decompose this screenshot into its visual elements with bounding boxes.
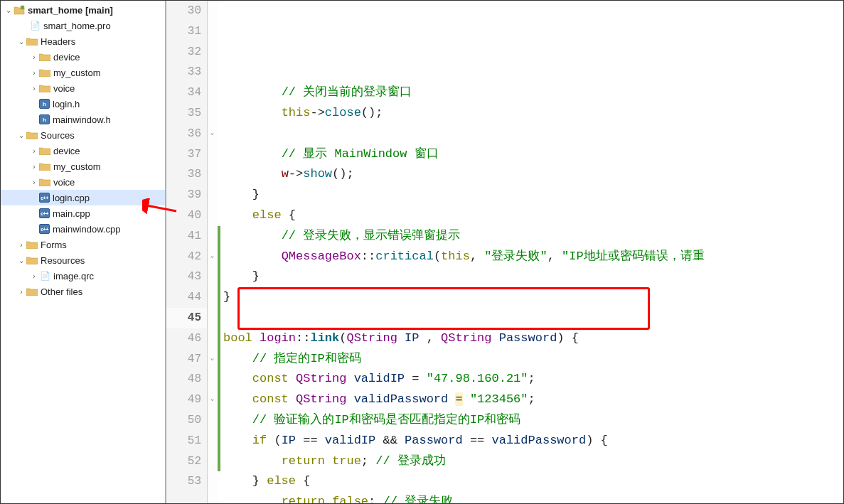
folder-icon: [26, 36, 38, 47]
headers-folder[interactable]: ⌄ Headers: [1, 33, 165, 49]
chevron-right-icon[interactable]: ›: [16, 288, 26, 296]
chevron-right-icon[interactable]: ›: [29, 272, 39, 280]
chevron-down-icon[interactable]: ⌄: [16, 38, 26, 45]
chevron-down-icon[interactable]: ⌄: [4, 6, 14, 14]
forms-folder[interactable]: ›Forms: [1, 237, 165, 252]
code-editor[interactable]: 3031323334353637383940414243444546474849…: [166, 1, 843, 503]
folder-icon: [39, 161, 50, 172]
h-file-icon: h: [39, 114, 50, 124]
chevron-down-icon[interactable]: ⌄: [16, 132, 26, 139]
other-files-folder[interactable]: ›Other files: [1, 284, 165, 299]
chevron-right-icon[interactable]: ›: [29, 53, 39, 61]
file-login-h[interactable]: hlogin.h: [1, 96, 165, 112]
file-mainwindow-cpp[interactable]: c++mainwindow.cpp: [1, 221, 165, 237]
chevron-right-icon[interactable]: ›: [29, 147, 39, 155]
sources-folder[interactable]: ⌄ Sources: [1, 127, 165, 143]
cpp-file-icon: c++: [39, 193, 50, 203]
chevron-right-icon[interactable]: ›: [16, 241, 26, 249]
project-name: smart_home [main]: [28, 5, 113, 16]
project-icon: [14, 4, 25, 16]
folder-device-s[interactable]: ›device: [1, 143, 165, 159]
chevron-right-icon[interactable]: ›: [29, 85, 39, 92]
chevron-right-icon[interactable]: ›: [29, 178, 39, 186]
folder-mycustom-s[interactable]: ›my_custom: [1, 159, 165, 174]
chevron-right-icon[interactable]: ›: [29, 69, 39, 77]
project-tree[interactable]: ⌄ smart_home [main] 📄 smart_home.pro ⌄ H…: [1, 1, 166, 503]
file-image-qrc[interactable]: ›📄image.qrc: [1, 268, 165, 284]
folder-device-h[interactable]: ›device: [1, 49, 165, 65]
h-file-icon: h: [39, 99, 50, 109]
chevron-down-icon[interactable]: ⌄: [16, 257, 26, 264]
file-icon: 📄: [29, 20, 41, 31]
folder-icon: [39, 51, 50, 63]
chevron-right-icon[interactable]: ›: [29, 163, 39, 171]
folder-icon: [39, 82, 50, 94]
qrc-file-icon: 📄: [39, 270, 50, 282]
folder-icon: [26, 129, 38, 141]
folder-voice-h[interactable]: ›voice: [1, 80, 165, 96]
svg-rect-0: [21, 6, 24, 9]
cpp-file-icon: c++: [39, 224, 50, 234]
line-number-gutter[interactable]: 3031323334353637383940414243444546474849…: [166, 1, 208, 503]
fold-column[interactable]: ⌄⌄⌄⌄: [208, 1, 218, 503]
resources-folder[interactable]: ⌄Resources: [1, 252, 165, 268]
file-main-cpp[interactable]: c++main.cpp: [1, 205, 165, 221]
folder-icon: [26, 286, 38, 297]
file-login-cpp[interactable]: c++login.cpp: [1, 190, 165, 205]
folder-mycustom-h[interactable]: ›my_custom: [1, 65, 165, 80]
file-mainwindow-h[interactable]: hmainwindow.h: [1, 112, 165, 127]
project-root[interactable]: ⌄ smart_home [main]: [1, 2, 165, 18]
cpp-file-icon: c++: [39, 208, 50, 218]
folder-voice-s[interactable]: ›voice: [1, 174, 165, 190]
folder-icon: [26, 239, 38, 250]
pro-file[interactable]: 📄 smart_home.pro: [1, 18, 165, 33]
folder-icon: [39, 176, 50, 188]
folder-icon: [26, 254, 38, 266]
folder-icon: [39, 67, 50, 78]
folder-icon: [39, 145, 50, 156]
code-area[interactable]: // 关闭当前的登录窗口 this->close(); // 显示 MainWi…: [220, 1, 843, 503]
